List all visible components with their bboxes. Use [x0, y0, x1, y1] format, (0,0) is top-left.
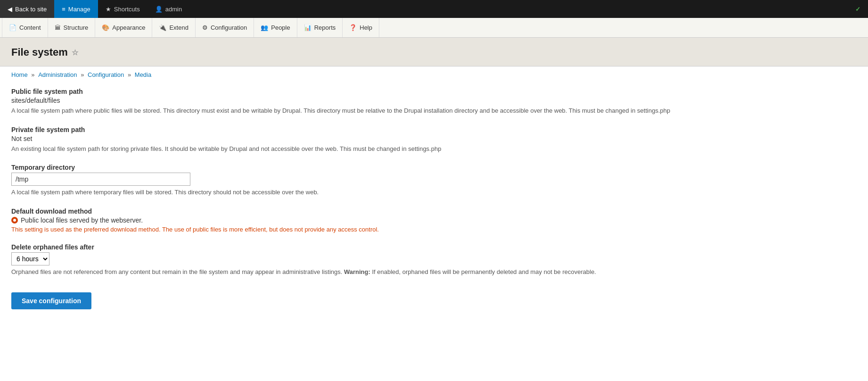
nav-item-content[interactable]: 📄Content [2, 18, 48, 37]
nav-icon-content: 📄 [9, 24, 16, 31]
orphan-delete-select[interactable]: 6 hours1 day7 daysNever [11, 252, 49, 265]
public-path-description: A local file system path where public fi… [11, 106, 743, 116]
breadcrumb: Home » Administration » Configuration » … [0, 66, 868, 78]
page-header: File system ☆ [0, 38, 868, 66]
temp-directory-description: A local file system path where temporary… [11, 188, 743, 197]
orphan-delete-label: Delete orphaned files after [11, 243, 743, 251]
nav-item-appearance[interactable]: 🎨Appearance [95, 18, 152, 37]
download-method-group: Default download method Public local fil… [11, 207, 743, 233]
nav-item-reports[interactable]: 📊Reports [297, 18, 343, 37]
private-path-value: Not set [11, 135, 743, 142]
nav-icon-extend: 🔌 [159, 24, 166, 31]
temp-directory-input[interactable] [11, 173, 190, 186]
back-to-site-link[interactable]: ◀ Back to site [0, 0, 54, 18]
nav-label-appearance: Appearance [112, 24, 145, 31]
public-path-group: Public file system path sites/default/fi… [11, 88, 743, 116]
breadcrumb-home[interactable]: Home [11, 71, 28, 78]
star-icon: ★ [106, 6, 111, 13]
download-method-label: Default download method [11, 207, 743, 215]
download-method-radio-label: Public local files served by the webserv… [21, 216, 143, 224]
public-path-value: sites/default/files [11, 97, 743, 104]
nav-icon-structure: 🏛 [55, 24, 61, 31]
orphan-delete-desc-after: If enabled, orphaned files will be perma… [372, 268, 596, 275]
main-content: Public file system path sites/default/fi… [0, 78, 754, 319]
nav-icon-appearance: 🎨 [102, 24, 109, 31]
page-title-text: File system [11, 46, 68, 58]
nav-icon-configuration: ⚙ [202, 24, 208, 31]
secondary-nav: 📄Content🏛Structure🎨Appearance🔌Extend⚙Con… [0, 18, 868, 38]
orphan-delete-warning-label: Warning: [344, 268, 370, 275]
checkmark-status: ✓ [848, 0, 868, 18]
admin-user-link[interactable]: 👤 admin [147, 0, 189, 18]
breadcrumb-media[interactable]: Media [135, 71, 151, 78]
private-path-label: Private file system path [11, 126, 743, 133]
nav-icon-help: ❓ [349, 24, 357, 31]
manage-link[interactable]: ≡ Manage [54, 0, 98, 18]
private-path-description: An existing local file system path for s… [11, 144, 743, 154]
breadcrumb-sep-2: » [81, 71, 86, 78]
download-method-radio-selected[interactable] [11, 217, 18, 224]
save-configuration-button[interactable]: Save configuration [11, 292, 91, 309]
back-to-site-label: Back to site [15, 6, 47, 13]
user-icon: 👤 [155, 6, 163, 13]
nav-item-structure[interactable]: 🏛Structure [48, 18, 96, 37]
public-path-label: Public file system path [11, 88, 743, 95]
back-arrow-icon: ◀ [8, 6, 12, 13]
breadcrumb-configuration[interactable]: Configuration [88, 71, 124, 78]
admin-user-label: admin [165, 6, 182, 13]
nav-label-extend: Extend [169, 24, 188, 31]
temp-directory-group: Temporary directory A local file system … [11, 164, 743, 197]
orphan-delete-description: Orphaned files are not referenced from a… [11, 267, 743, 277]
download-method-radio-group: Public local files served by the webserv… [11, 216, 743, 224]
nav-item-help[interactable]: ❓Help [343, 18, 379, 37]
temp-directory-label: Temporary directory [11, 164, 743, 171]
orphan-delete-desc-before: Orphaned files are not referenced from a… [11, 268, 342, 275]
admin-bar: ◀ Back to site ≡ Manage ★ Shortcuts 👤 ad… [0, 0, 868, 18]
nav-label-people: People [271, 24, 290, 31]
nav-label-configuration: Configuration [211, 24, 247, 31]
orphan-delete-group: Delete orphaned files after 6 hours1 day… [11, 243, 743, 277]
nav-item-extend[interactable]: 🔌Extend [152, 18, 195, 37]
breadcrumb-sep-3: » [128, 71, 133, 78]
nav-label-help: Help [360, 24, 372, 31]
page-title-heading: File system ☆ [11, 46, 857, 58]
nav-label-content: Content [19, 24, 41, 31]
favorite-icon[interactable]: ☆ [72, 48, 78, 57]
bar-spacer [189, 0, 848, 18]
nav-label-structure: Structure [64, 24, 89, 31]
nav-item-configuration[interactable]: ⚙Configuration [196, 18, 254, 37]
breadcrumb-sep-1: » [31, 71, 36, 78]
nav-label-reports: Reports [314, 24, 336, 31]
shortcuts-label: Shortcuts [114, 6, 140, 13]
download-method-warning: This setting is used as the preferred do… [11, 226, 743, 233]
breadcrumb-administration[interactable]: Administration [38, 71, 77, 78]
nav-icon-people: 👥 [261, 24, 268, 31]
shortcuts-link[interactable]: ★ Shortcuts [98, 0, 147, 18]
nav-item-people[interactable]: 👥People [254, 18, 297, 37]
private-path-group: Private file system path Not set An exis… [11, 126, 743, 154]
nav-icon-reports: 📊 [304, 24, 311, 31]
manage-icon: ≡ [62, 6, 66, 13]
manage-label: Manage [68, 6, 90, 13]
